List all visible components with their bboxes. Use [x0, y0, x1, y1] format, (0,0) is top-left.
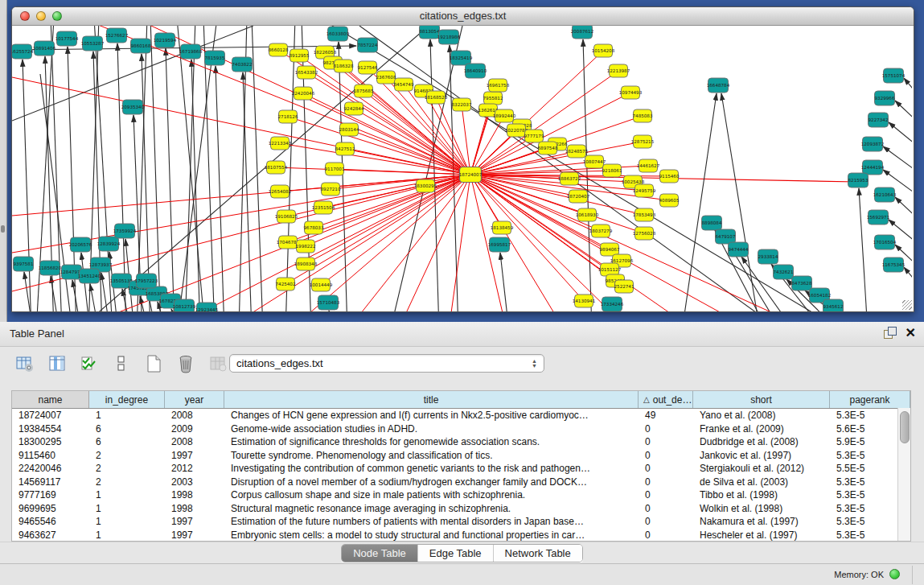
network-node[interactable]: 8912955 — [290, 49, 310, 62]
table-cell[interactable]: 0 — [639, 503, 693, 514]
table-cell[interactable]: Embryonic stem cells: a model to study s… — [224, 529, 639, 541]
table-cell[interactable]: 0 — [639, 450, 693, 461]
table-row[interactable]: 1830029562008Estimation of significance … — [12, 435, 910, 449]
network-node[interactable]: 1998222 — [296, 240, 316, 253]
network-window-titlebar[interactable]: citations_edges.txt — [12, 7, 914, 26]
table-row[interactable]: 946554611997Estimation of the future num… — [12, 515, 910, 529]
network-node[interactable]: 11856820 — [39, 261, 62, 275]
network-node[interactable]: 8322037 — [452, 98, 472, 111]
network-edge-black[interactable] — [203, 26, 215, 311]
table-cell[interactable]: 6 — [89, 436, 165, 447]
network-node[interactable]: 14461627 — [637, 159, 660, 172]
table-cell[interactable]: 1998 — [165, 503, 224, 514]
network-node[interactable]: 6897548 — [538, 142, 558, 154]
network-node[interactable]: 18720407 — [567, 190, 590, 203]
network-node[interactable]: 10014449 — [310, 278, 333, 291]
network-edge-red[interactable] — [12, 77, 470, 175]
network-edge-red[interactable] — [446, 175, 470, 311]
network-node[interactable]: 7815935 — [205, 51, 225, 65]
table-cell[interactable]: 0 — [639, 476, 693, 488]
table-cell[interactable]: 22420046 — [12, 463, 89, 474]
network-node[interactable]: 17359924 — [113, 224, 137, 238]
table-selector-dropdown[interactable]: citations_edges.txt ▲▼ — [229, 354, 544, 373]
network-node[interactable]: 12875215 — [631, 135, 655, 148]
network-node[interactable]: 12654082 — [269, 185, 291, 198]
table-cell[interactable]: Structural magnetic resonance image aver… — [224, 503, 639, 514]
network-edge-black[interactable] — [90, 284, 99, 311]
column-header-in_degree[interactable]: in_degree — [89, 391, 165, 408]
network-node[interactable]: 4089605 — [659, 194, 680, 207]
table-row[interactable]: 1872400712008Changes of HCN gene express… — [12, 409, 910, 422]
network-node[interactable]: 6479107 — [716, 229, 736, 244]
network-node[interactable]: 9218061 — [602, 164, 622, 177]
network-edge-black[interactable] — [500, 253, 509, 311]
network-node[interactable]: 9117001 — [325, 163, 345, 175]
network-node[interactable]: 10812739 — [173, 299, 196, 311]
network-node[interactable]: 9127546 — [358, 61, 378, 74]
network-node[interactable]: 8660128 — [269, 43, 289, 56]
network-node[interactable]: 16033809 — [326, 27, 350, 41]
close-panel-icon[interactable]: ✕ — [906, 327, 916, 339]
network-node[interactable]: 14130941 — [573, 295, 596, 307]
table-cell[interactable]: 2 — [89, 476, 165, 488]
network-canvas[interactable]: 1625572410891406101775441055328715276627… — [12, 26, 912, 311]
delete-trash-icon[interactable] — [175, 353, 196, 374]
table-row[interactable]: 1938455462009Genome-wide association stu… — [12, 422, 910, 436]
network-edge-black[interactable] — [72, 280, 81, 311]
column-header-year[interactable]: year — [165, 391, 224, 408]
table-cell[interactable]: 9115460 — [12, 450, 89, 461]
network-node[interactable]: 8186328 — [334, 60, 354, 72]
network-node[interactable]: 9777179 — [524, 130, 544, 142]
network-node[interactable]: 18724007 — [459, 167, 483, 183]
network-node[interactable]: 18908348 — [294, 257, 318, 270]
memory-indicator[interactable]: Memory: OK — [834, 569, 900, 579]
table-cell[interactable]: Wolkin et al. (1998) — [693, 503, 830, 514]
network-node[interactable]: 16719868 — [179, 44, 203, 59]
network-node[interactable]: 12093872 — [861, 137, 884, 151]
table-cell[interactable]: 2012 — [165, 463, 224, 474]
network-node[interactable]: 18325419 — [450, 51, 473, 65]
table-row[interactable]: 977716911998Corpus callosum shape and si… — [12, 488, 910, 502]
float-panel-icon[interactable] — [884, 327, 896, 339]
tab-network-table[interactable]: Network Table — [494, 545, 582, 562]
network-node[interactable]: 8927210 — [321, 183, 341, 196]
row-height-icon[interactable] — [111, 353, 132, 374]
network-node[interactable]: 18992440 — [493, 109, 516, 122]
table-cell[interactable]: 1998 — [165, 489, 224, 501]
table-cell[interactable]: 2009 — [165, 423, 224, 435]
table-row[interactable]: 2242004622012Investigating the contribut… — [12, 462, 910, 476]
table-cell[interactable]: Stergiakouli et al. (2012) — [693, 463, 830, 474]
network-node[interactable]: 12923445 — [195, 303, 219, 311]
network-node[interactable]: 8427512 — [335, 142, 355, 155]
table-row[interactable]: 969969511998Structural magnetic resonanc… — [12, 502, 910, 516]
network-node[interactable]: 9227342 — [869, 113, 889, 127]
column-header-title[interactable]: title — [224, 391, 639, 408]
network-node[interactable]: 22420046 — [292, 87, 315, 100]
network-node[interactable]: 18300295 — [414, 179, 437, 192]
table-cell[interactable]: 14569117 — [12, 476, 89, 488]
column-header-out_de[interactable]: △out_de… — [639, 391, 693, 408]
network-node[interactable]: 18640910 — [464, 64, 487, 78]
network-node[interactable]: 19106825 — [275, 210, 298, 223]
network-node[interactable]: 7857224 — [358, 38, 378, 52]
table-cell[interactable]: Corpus callosum shape and size in male p… — [224, 489, 639, 501]
network-edge-black[interactable] — [904, 78, 912, 117]
network-node[interactable]: 9860168 — [131, 39, 151, 53]
network-node[interactable]: 15692971 — [867, 210, 890, 225]
column-header-pagerank[interactable]: pagerank — [830, 391, 910, 408]
table-cell[interactable]: 2008 — [165, 436, 224, 447]
table-cell[interactable]: Investigating the contribution of common… — [224, 463, 639, 474]
tab-edge-table[interactable]: Edge Table — [418, 545, 494, 562]
table-cell[interactable]: Nakamura et al. (1997) — [693, 516, 830, 527]
table-columns-icon[interactable] — [47, 353, 68, 374]
network-edge-black[interactable] — [252, 26, 263, 311]
table-cell[interactable]: 0 — [639, 423, 693, 435]
network-edge-black[interactable] — [859, 188, 868, 311]
table-row[interactable]: 946362711997Embryonic stem cells: a mode… — [12, 529, 910, 542]
network-node[interactable]: 7485083 — [633, 109, 653, 122]
network-node[interactable]: 10974493 — [619, 86, 643, 99]
table-cell[interactable]: de Silva et al. (2003) — [693, 476, 830, 488]
table-cell[interactable]: Hescheler et al. (1997) — [693, 529, 830, 541]
network-edge-red[interactable] — [280, 143, 470, 175]
network-edge-black[interactable] — [117, 43, 126, 311]
